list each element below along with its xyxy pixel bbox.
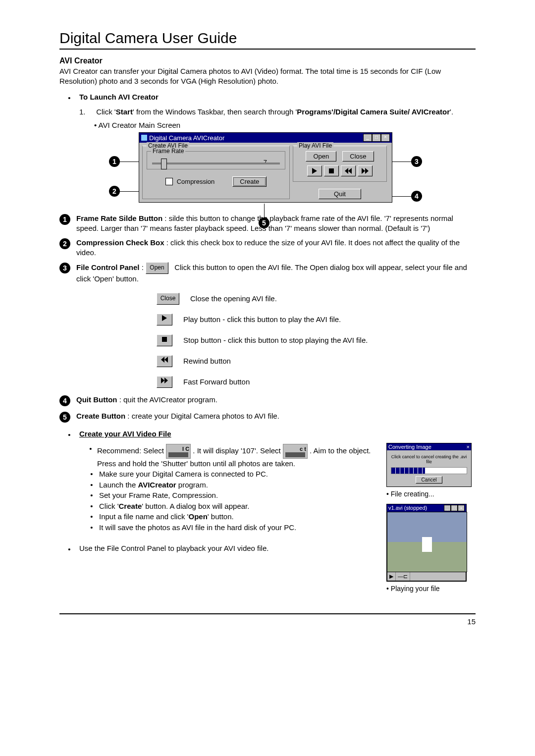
cancel-button[interactable]: Cancel [416, 476, 442, 484]
launch-step: 1. Click 'Start' from the Windows Taskba… [79, 107, 476, 117]
frame-rate-group: Frame Rate 7 [147, 151, 285, 169]
rewind-desc: Rewind button [183, 357, 231, 365]
play-btn-icon [157, 314, 172, 325]
annot-4: Quit Button : quit the AVICreator progra… [76, 395, 476, 405]
file-control-panel-table: Close Close the opening AVI file. Play b… [157, 293, 476, 388]
playing-file-thumb: v1.avi (stopped) _ □ × ▶ —⊏ [386, 504, 467, 582]
footer-rule [59, 613, 476, 614]
annot-num-5: 5 [59, 412, 70, 423]
stop-desc: Stop button - click this button to stop … [183, 336, 368, 344]
play-icon[interactable]: ▶ [387, 572, 396, 581]
compression-checkbox[interactable] [165, 178, 173, 185]
stop-icon[interactable] [324, 165, 339, 176]
open-button[interactable]: Open [306, 151, 336, 162]
bullet-icon: • [59, 544, 79, 553]
create-step-5: •Click 'Create' button. A dialog box wil… [89, 501, 376, 511]
close-icon[interactable]: × [458, 505, 465, 511]
create-step-4: •Set your Frame Rate, Compression. [89, 490, 376, 500]
ff-desc: Fast Forward button [183, 378, 250, 386]
converting-image-thumb: Converting Image × Click cancel to cance… [386, 443, 472, 487]
annot-3: File Control Panel : Open Click this but… [76, 262, 476, 284]
create-step-7: •It will save the photos as AVI file in … [89, 523, 376, 533]
play-icon[interactable] [307, 165, 322, 176]
close-icon[interactable]: × [381, 134, 390, 142]
fast-forward-icon[interactable] [358, 165, 373, 176]
callout-3: 3 [411, 156, 422, 167]
create-avi-group: Create AVI File Frame Rate 7 Compression… [142, 146, 290, 199]
playback-line: Use the File Control Panel to playback y… [79, 544, 268, 552]
close-btn-icon: Close [157, 293, 179, 305]
launch-heading: To Launch AVI Creator [79, 93, 159, 101]
slider-icon[interactable]: —⊏ [396, 572, 410, 581]
section-heading-avi: AVI Creator [59, 56, 476, 65]
maximize-icon[interactable]: □ [451, 505, 458, 511]
compression-label: Compression [177, 178, 215, 185]
thumb-1-caption: • File creating... [386, 490, 476, 498]
play-desc: Play button - click this button to play … [183, 315, 341, 324]
page-number: 15 [59, 617, 476, 626]
close-button[interactable]: Close [342, 151, 374, 162]
callout-1: 1 [109, 156, 120, 167]
maximize-icon[interactable]: □ [372, 134, 381, 142]
annot-num-2: 2 [59, 238, 70, 249]
create-step-6: •Input a file name and click 'Open' butt… [89, 512, 376, 522]
intro-paragraph: AVI Creator can transfer your Digital Ca… [59, 66, 476, 86]
avi-creator-window: Digital Camera AVICreator _ □ × Create A… [139, 132, 392, 203]
window-title: Digital Camera AVICreator [149, 134, 224, 142]
bullet-icon: • [59, 430, 79, 439]
main-screen-caption: • AVI Creator Main Screen [94, 121, 476, 129]
create-button[interactable]: Create [232, 176, 267, 187]
app-icon [141, 135, 147, 141]
create-step-3: •Launch the AVICreator program. [89, 480, 376, 490]
page-title: Digital Camera User Guide [59, 30, 476, 50]
quit-button[interactable]: Quit [319, 189, 361, 199]
callout-2: 2 [109, 186, 120, 197]
annot-num-3: 3 [59, 263, 70, 273]
callout-4: 4 [411, 191, 422, 202]
video-preview [387, 512, 467, 572]
play-avi-group: Play AVI File Open Close [293, 146, 387, 182]
create-heading: Create your AVI Video File [79, 430, 171, 438]
create-step-2: •Make sure your Digital Camera is connec… [89, 469, 376, 479]
rewind-btn-icon [157, 355, 172, 367]
annot-num-1: 1 [59, 214, 70, 225]
annot-2: Compression Check Box : click this check… [76, 238, 476, 257]
minimize-icon[interactable]: _ [363, 134, 372, 142]
ff-btn-icon [157, 376, 172, 388]
thumb-2-caption: • Playing your file [386, 585, 476, 593]
close-icon[interactable]: × [467, 444, 470, 450]
annot-5: Create Button : create your Digital Came… [76, 411, 476, 421]
mode-icon-107: I C [166, 444, 191, 459]
create-step-1: • Recommend: Select I C . It will displa… [89, 444, 376, 469]
open-btn-icon: Open [146, 262, 168, 274]
rewind-icon[interactable] [341, 165, 356, 176]
frame-rate-slider[interactable] [152, 162, 280, 164]
mode-icon-ct: c t [283, 444, 308, 459]
annot-1: Frame Rate Silde Button : silde this but… [76, 214, 476, 233]
progress-bar [391, 467, 467, 474]
bullet-icon: • [59, 93, 79, 102]
stop-btn-icon [157, 334, 172, 346]
annot-num-4: 4 [59, 395, 70, 406]
close-desc: Close the opening AVI file. [190, 294, 277, 303]
minimize-icon[interactable]: _ [444, 505, 451, 511]
